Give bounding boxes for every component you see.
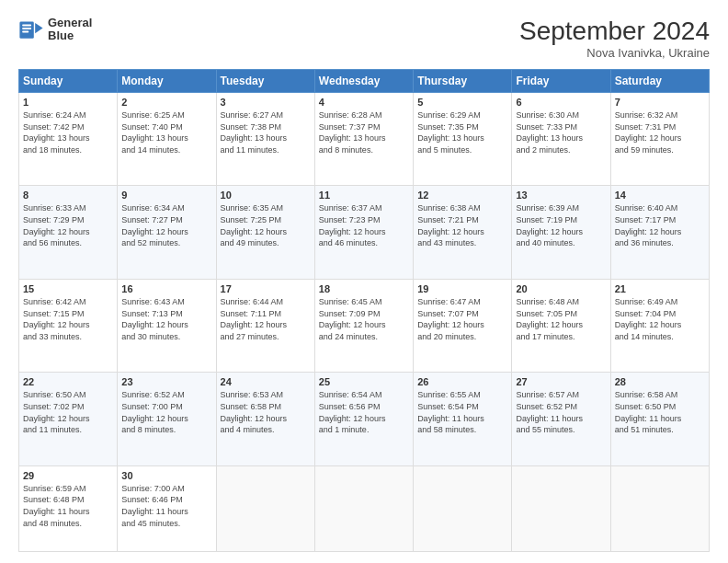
day-cell: 14Sunrise: 6:40 AMSunset: 7:17 PMDayligh… [610,186,709,279]
svg-rect-0 [19,22,33,39]
day-cell: 11Sunrise: 6:37 AMSunset: 7:23 PMDayligh… [314,186,413,279]
day-number: 23 [121,376,211,387]
day-cell: 30Sunrise: 7:00 AMSunset: 6:46 PMDayligh… [118,465,216,551]
day-info: Sunrise: 6:32 AMSunset: 7:31 PMDaylight:… [615,109,705,155]
day-info: Sunrise: 6:33 AMSunset: 7:29 PMDaylight:… [23,202,113,248]
week-row-1: 1Sunrise: 6:24 AMSunset: 7:42 PMDaylight… [19,93,710,186]
day-info: Sunrise: 6:30 AMSunset: 7:33 PMDaylight:… [516,109,606,155]
day-cell: 18Sunrise: 6:45 AMSunset: 7:09 PMDayligh… [314,279,413,372]
page: General Blue September 2024 Nova Ivanivk… [0,0,728,563]
day-number: 29 [23,470,113,481]
col-header-friday: Friday [512,70,610,93]
day-cell: 15Sunrise: 6:42 AMSunset: 7:15 PMDayligh… [19,279,118,372]
day-info: Sunrise: 6:59 AMSunset: 6:48 PMDaylight:… [23,483,113,529]
day-number: 14 [615,190,705,201]
day-cell: 19Sunrise: 6:47 AMSunset: 7:07 PMDayligh… [414,279,512,372]
day-info: Sunrise: 6:57 AMSunset: 6:52 PMDaylight:… [516,389,606,435]
day-number: 26 [417,376,507,387]
day-cell: 17Sunrise: 6:44 AMSunset: 7:11 PMDayligh… [216,279,314,372]
day-cell: 27Sunrise: 6:57 AMSunset: 6:52 PMDayligh… [512,373,610,465]
day-number: 1 [23,97,113,108]
day-info: Sunrise: 6:49 AMSunset: 7:04 PMDaylight:… [615,296,705,342]
day-info: Sunrise: 6:52 AMSunset: 7:00 PMDaylight:… [121,389,211,435]
day-cell: 25Sunrise: 6:54 AMSunset: 6:56 PMDayligh… [314,373,413,465]
day-number: 24 [221,376,311,387]
day-cell: 16Sunrise: 6:43 AMSunset: 7:13 PMDayligh… [118,279,216,372]
svg-rect-2 [22,28,31,29]
month-title: September 2024 [519,17,710,46]
col-header-wednesday: Wednesday [314,70,413,93]
logo-icon [18,17,44,42]
day-info: Sunrise: 6:50 AMSunset: 7:02 PMDaylight:… [23,389,113,435]
logo-line2: Blue [48,29,92,42]
logo-text: General Blue [48,17,92,43]
day-info: Sunrise: 6:58 AMSunset: 6:50 PMDaylight:… [615,389,705,435]
col-header-tuesday: Tuesday [216,70,314,93]
day-cell: 24Sunrise: 6:53 AMSunset: 6:58 PMDayligh… [216,373,314,465]
header: General Blue September 2024 Nova Ivanivk… [18,17,710,60]
day-cell [216,465,314,551]
day-cell [414,465,512,551]
day-number: 6 [516,97,606,108]
svg-marker-4 [35,23,42,33]
day-info: Sunrise: 6:39 AMSunset: 7:19 PMDaylight:… [516,202,606,248]
day-number: 20 [516,283,606,294]
col-header-thursday: Thursday [414,70,512,93]
day-info: Sunrise: 6:53 AMSunset: 6:58 PMDaylight:… [221,389,311,435]
day-number: 22 [23,376,113,387]
day-cell [610,465,709,551]
day-info: Sunrise: 6:48 AMSunset: 7:05 PMDaylight:… [516,296,606,342]
day-number: 19 [417,283,507,294]
day-number: 2 [121,97,211,108]
day-number: 28 [615,376,705,387]
col-header-saturday: Saturday [610,70,709,93]
day-cell: 21Sunrise: 6:49 AMSunset: 7:04 PMDayligh… [610,279,709,372]
day-cell: 8Sunrise: 6:33 AMSunset: 7:29 PMDaylight… [19,186,118,279]
day-info: Sunrise: 6:24 AMSunset: 7:42 PMDaylight:… [23,109,113,155]
day-number: 27 [516,376,606,387]
day-info: Sunrise: 6:44 AMSunset: 7:11 PMDaylight:… [221,296,311,342]
day-info: Sunrise: 6:38 AMSunset: 7:21 PMDaylight:… [417,202,507,248]
day-cell: 20Sunrise: 6:48 AMSunset: 7:05 PMDayligh… [512,279,610,372]
header-row: SundayMondayTuesdayWednesdayThursdayFrid… [19,70,710,93]
svg-rect-3 [22,31,28,33]
day-cell: 13Sunrise: 6:39 AMSunset: 7:19 PMDayligh… [512,186,610,279]
day-number: 25 [319,376,409,387]
day-number: 3 [221,97,311,108]
day-number: 10 [221,190,311,201]
day-number: 18 [319,283,409,294]
day-info: Sunrise: 6:25 AMSunset: 7:40 PMDaylight:… [121,109,211,155]
day-cell: 12Sunrise: 6:38 AMSunset: 7:21 PMDayligh… [414,186,512,279]
day-number: 12 [417,190,507,201]
svg-rect-1 [22,25,31,27]
week-row-4: 22Sunrise: 6:50 AMSunset: 7:02 PMDayligh… [19,373,710,465]
day-cell: 5Sunrise: 6:29 AMSunset: 7:35 PMDaylight… [414,93,512,186]
day-info: Sunrise: 6:28 AMSunset: 7:37 PMDaylight:… [319,109,409,155]
day-info: Sunrise: 6:54 AMSunset: 6:56 PMDaylight:… [319,389,409,435]
location: Nova Ivanivka, Ukraine [519,46,710,60]
day-cell: 23Sunrise: 6:52 AMSunset: 7:00 PMDayligh… [118,373,216,465]
day-cell: 10Sunrise: 6:35 AMSunset: 7:25 PMDayligh… [216,186,314,279]
day-cell: 7Sunrise: 6:32 AMSunset: 7:31 PMDaylight… [610,93,709,186]
day-cell [314,465,413,551]
day-info: Sunrise: 6:35 AMSunset: 7:25 PMDaylight:… [221,202,311,248]
day-cell: 2Sunrise: 6:25 AMSunset: 7:40 PMDaylight… [118,93,216,186]
day-cell: 3Sunrise: 6:27 AMSunset: 7:38 PMDaylight… [216,93,314,186]
logo-line1: General [48,17,92,29]
day-info: Sunrise: 6:45 AMSunset: 7:09 PMDaylight:… [319,296,409,342]
day-cell: 28Sunrise: 6:58 AMSunset: 6:50 PMDayligh… [610,373,709,465]
title-block: September 2024 Nova Ivanivka, Ukraine [519,17,710,60]
day-cell: 29Sunrise: 6:59 AMSunset: 6:48 PMDayligh… [19,465,118,551]
day-number: 4 [319,97,409,108]
day-info: Sunrise: 6:55 AMSunset: 6:54 PMDaylight:… [417,389,507,435]
day-cell: 6Sunrise: 6:30 AMSunset: 7:33 PMDaylight… [512,93,610,186]
week-row-5: 29Sunrise: 6:59 AMSunset: 6:48 PMDayligh… [19,465,710,551]
day-number: 30 [121,470,211,481]
day-info: Sunrise: 7:00 AMSunset: 6:46 PMDaylight:… [121,483,211,529]
day-info: Sunrise: 6:43 AMSunset: 7:13 PMDaylight:… [121,296,211,342]
day-number: 7 [615,97,705,108]
day-number: 13 [516,190,606,201]
day-number: 17 [221,283,311,294]
calendar-table: SundayMondayTuesdayWednesdayThursdayFrid… [18,69,710,552]
day-info: Sunrise: 6:42 AMSunset: 7:15 PMDaylight:… [23,296,113,342]
